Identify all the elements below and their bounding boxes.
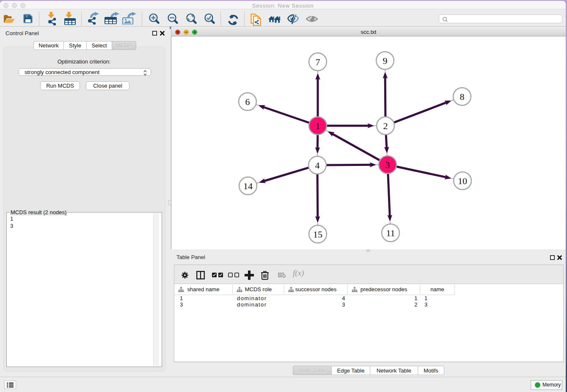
svg-text:6: 6 xyxy=(245,97,250,107)
svg-text:14: 14 xyxy=(243,181,253,191)
svg-text:10: 10 xyxy=(458,176,467,186)
svg-text:9: 9 xyxy=(383,55,388,66)
svg-text:7: 7 xyxy=(316,57,320,67)
svg-text:f(x): f(x) xyxy=(293,269,304,278)
svg-text:4: 4 xyxy=(315,160,320,171)
svg-text:8: 8 xyxy=(460,91,465,102)
svg-text:3: 3 xyxy=(385,160,390,170)
svg-text:1: 1 xyxy=(316,121,320,131)
svg-text:2: 2 xyxy=(383,121,388,131)
svg-text:11: 11 xyxy=(386,228,395,238)
svg-text:15: 15 xyxy=(313,229,322,240)
